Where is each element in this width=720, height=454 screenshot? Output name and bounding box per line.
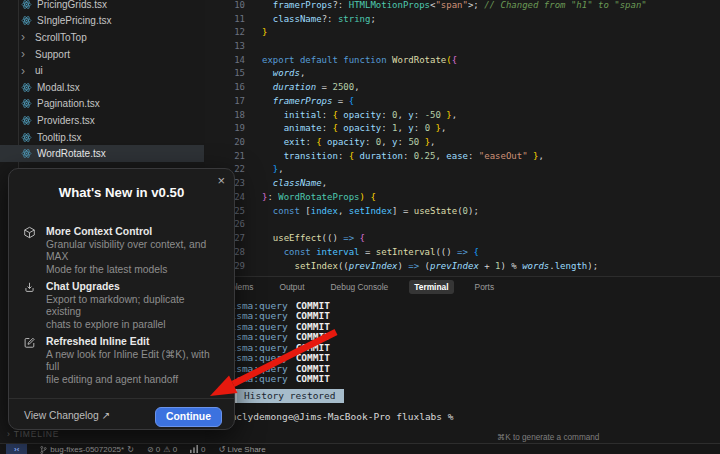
line-number: 17 [205, 96, 245, 106]
feature-refreshed-inline-edit: Refreshed Inline Edit A new look for Inl… [23, 336, 222, 386]
code-line[interactable]: 18 initial: { opacity: 0, y: -50 }, [205, 108, 720, 122]
code-text: const interval = setInterval(() => { [262, 247, 479, 257]
code-text: animate: { opacity: 1, y: 0 }, [262, 123, 446, 133]
code-line[interactable]: 10 framerProps?: HTMLMotionProps<"span">… [205, 0, 720, 12]
file-label: WordRotate.tsx [37, 148, 106, 159]
code-editor[interactable]: 10 framerProps?: HTMLMotionProps<"span">… [205, 0, 720, 276]
panel-tab-output[interactable]: Output [274, 280, 309, 294]
sync-icon: ↻ [127, 444, 134, 454]
git-branch-icon [40, 445, 47, 454]
chevron-right-icon: › [21, 33, 30, 41]
code-text: framerProps?: HTMLMotionProps<"span">; /… [262, 0, 647, 10]
chevron-right-icon: › [21, 50, 30, 58]
app-window: PricingGrids.tsx SInglePricing.tsx›Scrol… [0, 0, 720, 454]
live-share-button[interactable]: ↺ Live Share [219, 444, 266, 454]
sidebar-item[interactable]: SInglePricing.tsx [0, 13, 204, 30]
file-label: PricingGrids.tsx [37, 0, 107, 10]
code-line[interactable]: 21 transition: { duration: 0.25, ease: "… [205, 149, 720, 163]
line-number: 19 [205, 123, 245, 133]
code-line[interactable]: 16 duration = 2500, [205, 80, 720, 94]
sidebar-item[interactable]: PricingGrids.tsx [0, 0, 204, 13]
code-line[interactable]: 13 [205, 39, 720, 53]
file-label: ScrollToTop [35, 32, 87, 43]
code-line[interactable]: 17 framerProps = { [205, 94, 720, 108]
file-tree: PricingGrids.tsx SInglePricing.tsx›Scrol… [0, 0, 204, 162]
chevron-right-icon: › [21, 67, 30, 75]
error-count: ⊘ 0 [147, 444, 160, 454]
code-line[interactable]: 27 useEffect(() => { [205, 231, 720, 245]
history-restored-badge: History restored [233, 389, 344, 403]
feature-title: Refreshed Inline Edit [46, 336, 222, 347]
signal-item[interactable]: 0 [190, 444, 205, 454]
shell-prompt[interactable]: jimclydemonge@Jims-MacBook-Pro fluxlabs … [219, 411, 454, 422]
code-text: } [262, 27, 267, 37]
code-text: export default function WordRotate({ [262, 55, 457, 65]
whats-new-dialog: × What's New in v0.50 More Context Contr… [8, 168, 235, 430]
code-line[interactable]: 28 const interval = setInterval(() => { [205, 245, 720, 259]
code-text: exit: { opacity: 0, y: 50 }, [262, 137, 435, 147]
panel-tab-bar: ProblemsOutputDebug ConsoleTerminalPorts [213, 280, 499, 294]
panel-tab-debug-console[interactable]: Debug Console [326, 280, 394, 294]
code-text: framerProps = { [262, 96, 354, 106]
file-label: Tooltip.tsx [37, 132, 81, 143]
cmdk-hint: ⌘K to generate a command [497, 432, 599, 442]
react-icon [21, 0, 32, 10]
code-lines: 10 framerProps?: HTMLMotionProps<"span">… [205, 0, 720, 272]
continue-button[interactable]: Continue [155, 407, 222, 427]
terminal-output: prisma:queryCOMMITprisma:queryCOMMITpris… [219, 301, 330, 385]
code-text: className?: string; [262, 14, 376, 24]
code-text: words, [262, 68, 305, 78]
sidebar-item[interactable]: ›ScrollToTop [0, 29, 204, 46]
react-icon [21, 115, 32, 126]
code-line[interactable]: 23 className, [205, 176, 720, 190]
code-line[interactable]: 26 [205, 218, 720, 232]
sidebar-section-timeline[interactable]: › TIMELINE [7, 429, 59, 439]
code-line[interactable]: 24}: WordRotateProps) { [205, 190, 720, 204]
dialog-footer: View Changelog ↗ Continue [9, 398, 234, 429]
problems-item[interactable]: ⊘ 0 ⚠ 0 [147, 444, 177, 454]
warning-count: ⚠ 0 [163, 444, 177, 454]
terminal-panel: ProblemsOutputDebug ConsoleTerminalPorts… [205, 276, 720, 444]
file-label: SInglePricing.tsx [37, 15, 111, 26]
sidebar-item[interactable]: Modal.tsx [0, 79, 204, 96]
code-line[interactable]: 15 words, [205, 67, 720, 81]
git-branch-item[interactable]: bug-fixes-05072025* ↻ [40, 444, 134, 454]
file-label: Modal.tsx [37, 82, 80, 93]
react-icon [21, 82, 32, 93]
code-line[interactable]: 22 }, [205, 163, 720, 177]
file-label: Pagination.tsx [37, 98, 100, 109]
code-text: duration = 2500, [262, 82, 360, 92]
code-line[interactable]: 11 className?: string; [205, 12, 720, 26]
feature-more-context-control: More Context Control Granular visibility… [23, 226, 222, 276]
line-number: 12 [205, 27, 245, 37]
code-text: }: WordRotateProps) { [262, 192, 376, 202]
line-number: 10 [205, 0, 245, 10]
sidebar-item[interactable]: Providers.tsx [0, 112, 204, 129]
sidebar-item[interactable]: ›ui [0, 62, 204, 79]
code-line[interactable]: 20 exit: { opacity: 0, y: 50 }, [205, 135, 720, 149]
code-text: }, [262, 164, 284, 174]
feature-desc: Export to markdown; duplicate existing c… [46, 294, 222, 331]
feature-chat-upgrades: Chat Upgrades Export to markdown; duplic… [23, 281, 222, 331]
view-changelog-link[interactable]: View Changelog ↗ [24, 409, 110, 421]
code-text: useEffect(() => { [262, 233, 365, 243]
code-line[interactable]: 29 setIndex((prevIndex) => (prevIndex + … [205, 259, 720, 273]
code-line[interactable]: 12} [205, 25, 720, 39]
sidebar-item[interactable]: ›Support [0, 46, 204, 63]
line-number: 15 [205, 68, 245, 78]
line-number: 18 [205, 110, 245, 120]
file-label: Providers.tsx [37, 115, 95, 126]
file-label: ui [35, 65, 43, 76]
sidebar-item[interactable]: WordRotate.tsx [0, 145, 204, 162]
feature-title: Chat Upgrades [46, 281, 222, 292]
panel-tab-terminal[interactable]: Terminal [409, 280, 453, 294]
code-line[interactable]: 14export default function WordRotate({ [205, 53, 720, 67]
react-icon [21, 15, 32, 26]
sidebar-item[interactable]: Pagination.tsx [0, 96, 204, 113]
react-icon [21, 98, 32, 109]
code-line[interactable]: 19 animate: { opacity: 1, y: 0 }, [205, 121, 720, 135]
code-line[interactable]: 25 const [index, setIndex] = useState(0)… [205, 204, 720, 218]
sidebar-item[interactable]: Tooltip.tsx [0, 129, 204, 146]
remote-window-button[interactable]: ›‹ [6, 444, 27, 454]
panel-tab-ports[interactable]: Ports [470, 280, 500, 294]
